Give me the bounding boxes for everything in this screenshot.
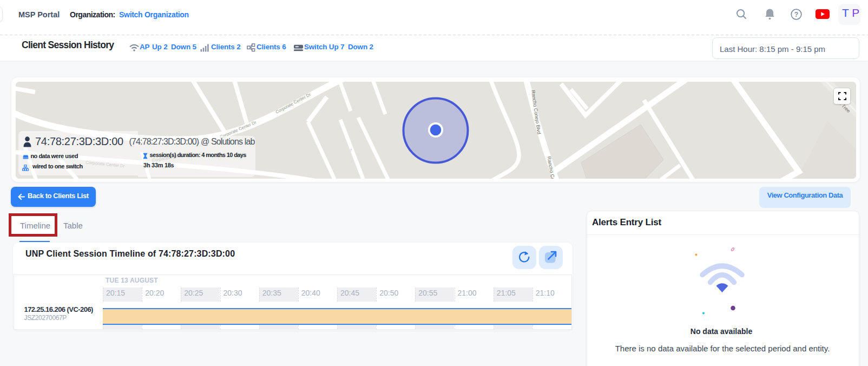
svg-text:?: ? xyxy=(794,11,798,18)
